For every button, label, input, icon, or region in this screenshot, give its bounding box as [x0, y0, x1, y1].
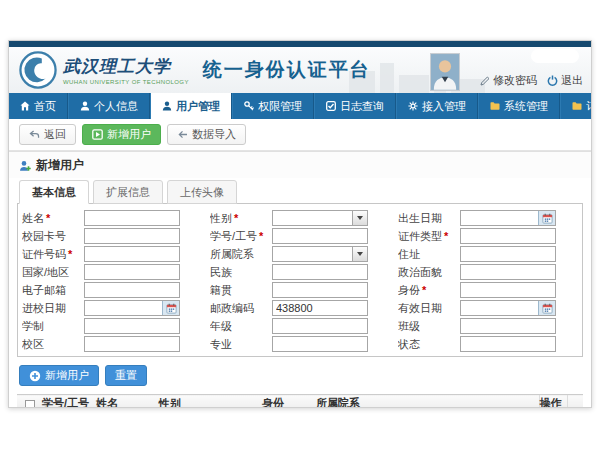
- back-arrow-icon: [29, 130, 40, 139]
- form-field-native-place: 籍贯*: [210, 281, 388, 299]
- country-region-input[interactable]: [84, 264, 180, 280]
- study-length-input[interactable]: [84, 318, 180, 334]
- form-field-country-region: 国家/地区*: [22, 263, 200, 281]
- key-icon: [244, 101, 254, 111]
- platform-title: 统一身份认证平台: [203, 57, 371, 83]
- form-field-major: 专业*: [210, 335, 388, 353]
- home-icon: [20, 101, 30, 111]
- major-input[interactable]: [272, 336, 368, 352]
- status-input[interactable]: [460, 336, 556, 352]
- field-label: 邮政编码*: [210, 301, 272, 316]
- logout-link[interactable]: 退出: [547, 73, 583, 88]
- power-icon: [547, 75, 558, 86]
- form-field-name: 姓名*: [22, 209, 200, 227]
- form-field-status: 状态*: [398, 335, 576, 353]
- user-results-table: 学号/工号 姓名 性别 身份 所属院系 操作: [17, 394, 583, 408]
- column-name: 姓名: [96, 395, 159, 409]
- nav-item-personal-info[interactable]: 个人信息: [68, 93, 150, 119]
- name-input[interactable]: [84, 210, 180, 226]
- app-window: 武汉理工大学 WUHAN UNIVERSITY OF TECHNOLOGY 统一…: [8, 40, 592, 408]
- address-input[interactable]: [460, 246, 556, 262]
- column-gender: 性别: [159, 395, 262, 409]
- tab-extended-info[interactable]: 扩展信息: [93, 180, 163, 204]
- field-label: 学制*: [22, 319, 84, 334]
- user-form: 姓名* 性别* 出生日期* 校园卡号* 学号/工号* 证件类型*: [22, 209, 576, 353]
- valid-date-input[interactable]: [460, 300, 556, 316]
- school-name-english: WUHAN UNIVERSITY OF TECHNOLOGY: [63, 79, 189, 85]
- column-actions: 操作: [539, 395, 567, 409]
- reset-button[interactable]: 重置: [105, 365, 147, 386]
- chevron-down-icon: [352, 211, 367, 225]
- calendar-icon[interactable]: [538, 211, 555, 225]
- identity-input[interactable]: [460, 282, 556, 298]
- email-input[interactable]: [84, 282, 180, 298]
- user-avatar[interactable]: [430, 53, 460, 91]
- id-number-input[interactable]: [84, 246, 180, 262]
- nav-item-home[interactable]: 首页: [9, 93, 68, 119]
- nav-item-log-query[interactable]: 日志查询: [314, 93, 396, 119]
- field-label: 电子邮箱*: [22, 283, 84, 298]
- column-student-id: 学号/工号: [42, 395, 96, 409]
- form-field-grade: 年级*: [210, 317, 388, 335]
- form-field-address: 住址*: [398, 245, 576, 263]
- university-logo: [19, 51, 57, 89]
- field-label: 有效日期*: [398, 301, 460, 316]
- field-label: 状态*: [398, 337, 460, 352]
- form-field-campus-card: 校园卡号*: [22, 227, 200, 245]
- nav-item-user-management[interactable]: 用户管理: [150, 93, 232, 119]
- field-label: 民族*: [210, 265, 272, 280]
- id-type-input[interactable]: [460, 228, 556, 244]
- nav-item-system-management[interactable]: 系统管理: [478, 93, 560, 119]
- change-password-link[interactable]: 修改密码: [480, 73, 537, 88]
- info-tabs: 基本信息 扩展信息 上传头像: [9, 180, 591, 203]
- class-input[interactable]: [460, 318, 556, 334]
- entry-date-input[interactable]: [84, 300, 180, 316]
- column-department: 所属院系: [316, 395, 539, 409]
- form-field-birth-date: 出生日期*: [398, 209, 576, 227]
- field-label: 班级*: [398, 319, 460, 334]
- form-actions: 新增用户 重置: [9, 357, 591, 394]
- gender-select[interactable]: [272, 210, 368, 226]
- form-field-department: 所属院系*: [210, 245, 388, 263]
- submit-add-user-button[interactable]: 新增用户: [19, 365, 99, 386]
- campus-card-input[interactable]: [84, 228, 180, 244]
- field-label: 校区*: [22, 337, 84, 352]
- form-field-postal-code: 邮政编码*: [210, 299, 388, 317]
- field-label: 政治面貌*: [398, 265, 460, 280]
- ethnicity-input[interactable]: [272, 264, 368, 280]
- calendar-icon[interactable]: [162, 301, 179, 315]
- field-label: 专业*: [210, 337, 272, 352]
- tab-basic-info[interactable]: 基本信息: [19, 180, 89, 204]
- student-id-input[interactable]: [272, 228, 368, 244]
- calendar-icon[interactable]: [538, 301, 555, 315]
- data-import-button[interactable]: 数据导入: [167, 124, 246, 145]
- back-button[interactable]: 返回: [19, 124, 76, 145]
- user-icon: [80, 101, 90, 111]
- native-place-input[interactable]: [272, 282, 368, 298]
- table-header-row: 学号/工号 姓名 性别 身份 所属院系 操作: [17, 395, 583, 409]
- field-label: 籍贯*: [210, 283, 272, 298]
- form-field-identity: 身份*: [398, 281, 576, 299]
- log-check-icon: [326, 101, 336, 111]
- add-user-toolbar-button[interactable]: 新增用户: [82, 124, 161, 145]
- form-field-study-length: 学制*: [22, 317, 200, 335]
- nav-item-subscription-management[interactable]: 订阅管理: [560, 93, 592, 119]
- birth-date-input[interactable]: [460, 210, 556, 226]
- nav-item-access-management[interactable]: 接入管理: [396, 93, 478, 119]
- select-all-checkbox[interactable]: [25, 400, 35, 408]
- form-field-political-status: 政治面貌*: [398, 263, 576, 281]
- department-select[interactable]: [272, 246, 368, 262]
- column-identity: 身份: [262, 395, 316, 409]
- tab-upload-avatar[interactable]: 上传头像: [167, 180, 237, 204]
- campus-input[interactable]: [84, 336, 180, 352]
- nav-item-permission-management[interactable]: 权限管理: [232, 93, 314, 119]
- political-status-input[interactable]: [460, 264, 556, 280]
- pencil-icon: [480, 76, 490, 86]
- form-field-gender: 性别*: [210, 209, 388, 227]
- field-label: 姓名*: [22, 211, 84, 226]
- field-label: 性别*: [210, 211, 272, 226]
- form-field-entry-date: 进校日期*: [22, 299, 200, 317]
- postal-code-input[interactable]: [272, 300, 368, 316]
- grade-input[interactable]: [272, 318, 368, 334]
- header: 武汉理工大学 WUHAN UNIVERSITY OF TECHNOLOGY 统一…: [9, 47, 591, 93]
